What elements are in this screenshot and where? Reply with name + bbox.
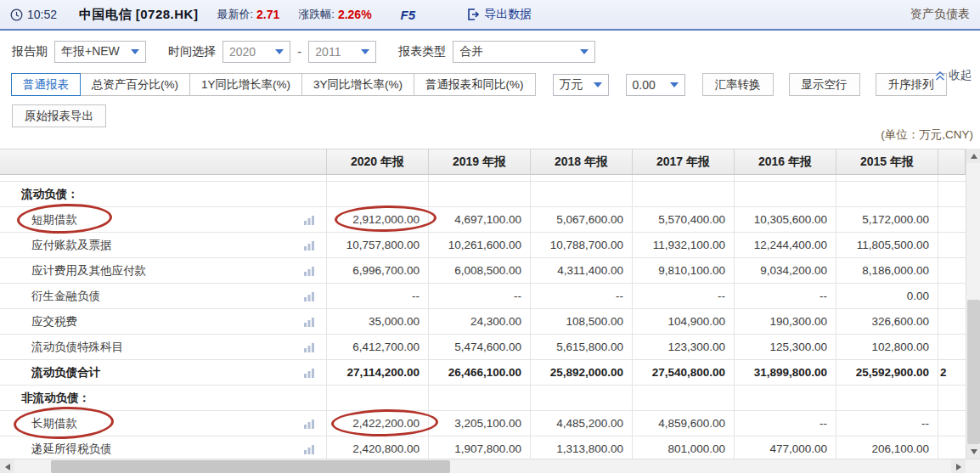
column-header: 2019 年报 <box>429 149 531 175</box>
bar-chart-icon[interactable] <box>303 368 315 380</box>
value-cell: 4,311,400.00 <box>531 258 633 284</box>
clipped-value-cell <box>938 284 966 309</box>
value-cell <box>836 386 938 411</box>
range-separator: - <box>297 44 301 59</box>
vertical-scroll-thumb[interactable] <box>967 300 980 444</box>
row-label: 衍生金融负债 <box>0 284 327 309</box>
clipped-value-cell <box>938 233 966 258</box>
value-cell: -- <box>633 284 735 309</box>
bar-chart-icon[interactable] <box>303 291 315 304</box>
table-body: 流动负债：短期借款2,912,000.004,697,100.005,067,6… <box>0 182 966 459</box>
toolbar-button[interactable]: 显示空行 <box>789 73 860 96</box>
clipped-value-cell <box>938 335 966 360</box>
unit-select[interactable]: 万元 <box>553 74 609 96</box>
export-icon <box>466 8 480 21</box>
horizontal-scrollbar[interactable] <box>0 459 980 473</box>
toolbar-tab[interactable]: 普通报表和同比(%) <box>414 73 536 96</box>
value-cell: 25,892,000.00 <box>531 360 633 386</box>
value-cell: 4,697,100.00 <box>429 207 531 233</box>
bar-chart-icon[interactable] <box>303 317 315 329</box>
value-cell: -- <box>836 411 938 436</box>
value-cell: 27,540,800.00 <box>633 360 735 386</box>
bar-chart-icon[interactable] <box>303 419 315 431</box>
column-header: 2016 年报 <box>735 149 836 175</box>
value-cell: 10,757,800.00 <box>327 233 429 258</box>
bar-chart-icon[interactable] <box>303 266 315 279</box>
value-cell: 35,000.00 <box>327 309 429 335</box>
refresh-f5-button[interactable]: F5 <box>401 8 416 22</box>
value-cell: 5,615,800.00 <box>531 335 633 360</box>
scroll-left-arrow[interactable] <box>0 459 14 473</box>
value-cell: 5,570,400.00 <box>633 207 735 233</box>
bar-chart-icon[interactable] <box>303 342 315 355</box>
scroll-right-arrow[interactable] <box>951 459 966 473</box>
toolbar-tab[interactable]: 普通报表 <box>11 73 81 96</box>
clipped-value-cell <box>938 309 966 335</box>
clipped-value-cell <box>938 182 966 207</box>
time-from-value: 2020 <box>229 45 256 59</box>
header-label-column <box>0 149 327 175</box>
value-cell: 4,485,200.00 <box>531 411 633 436</box>
value-cell: 11,805,500.00 <box>836 233 938 258</box>
clipped-value-cell: 2 <box>938 360 966 386</box>
scroll-up-arrow[interactable] <box>966 149 980 163</box>
row-label-text: 流动负债： <box>21 187 79 202</box>
bar-chart-icon[interactable] <box>303 444 315 457</box>
value-cell <box>327 386 429 411</box>
time-to-select[interactable]: 2011 <box>308 41 376 63</box>
table-row: 递延所得税负债2,420,800.001,907,800.001,313,800… <box>0 436 966 459</box>
collapse-label: 收起 <box>949 68 972 83</box>
row-label: 长期借款 <box>0 411 327 436</box>
time-to-value: 2011 <box>315 45 341 59</box>
time-from-select[interactable]: 2020 <box>222 41 290 63</box>
scroll-down-arrow[interactable] <box>966 444 980 459</box>
collapse-button[interactable]: 收起 <box>935 68 972 83</box>
export-original-report-button[interactable]: 原始报表导出 <box>12 104 106 127</box>
value-cell: 108,500.00 <box>531 309 633 335</box>
row-label-text: 短期借款 <box>31 212 77 228</box>
clipped-value-cell <box>938 258 966 284</box>
table-row: 短期借款2,912,000.004,697,100.005,067,600.00… <box>0 207 966 233</box>
table-row: 长期借款2,422,200.003,205,100.004,485,200.00… <box>0 411 966 436</box>
value-cell: 5,474,600.00 <box>429 335 531 360</box>
toolbar-button[interactable]: 汇率转换 <box>702 73 774 96</box>
partial-scrolled-row <box>0 175 966 182</box>
bar-chart-icon[interactable] <box>303 215 315 228</box>
clipped-value-cell <box>938 411 966 436</box>
value-cell: 1,907,800.00 <box>429 436 531 459</box>
row-label-text: 流动负债特殊科目 <box>31 340 123 355</box>
table-header-row: 2020 年报2019 年报2018 年报2017 年报2016 年报2015 … <box>0 149 966 175</box>
value-cell <box>633 386 735 411</box>
toolbar-tab[interactable]: 1Y同比增长率(%) <box>189 73 302 96</box>
value-cell: 25,592,900.00 <box>836 360 938 386</box>
bar-chart-icon[interactable] <box>303 240 315 253</box>
report-type-value: 合并 <box>459 44 483 59</box>
value-cell: -- <box>531 284 633 309</box>
value-cell: 5,067,600.00 <box>531 207 633 233</box>
row-label-text: 应计费用及其他应付款 <box>31 263 146 279</box>
chevrons-up-icon <box>935 70 945 82</box>
horizontal-scroll-thumb[interactable] <box>51 460 450 473</box>
toolbar-tab[interactable]: 3Y同比增长率(%) <box>301 73 414 96</box>
value-cell: 4,859,600.00 <box>633 411 735 436</box>
clock-icon <box>10 8 23 21</box>
decimal-select[interactable]: 0.00 <box>626 74 685 96</box>
report-period-select[interactable]: 年报+NEW <box>54 41 146 63</box>
table-row: 非流动负债： <box>0 386 966 411</box>
value-cell <box>429 386 531 411</box>
header-clipped-column <box>938 149 966 175</box>
vertical-scrollbar[interactable] <box>966 149 980 459</box>
report-period-value: 年报+NEW <box>61 44 120 59</box>
report-type-select[interactable]: 合并 <box>453 41 595 63</box>
value-cell: 6,008,500.00 <box>429 258 531 284</box>
report-period-label: 报告期 <box>12 44 48 59</box>
export-row: 原始报表导出 <box>0 96 980 127</box>
value-cell: -- <box>735 284 836 309</box>
toolbar-tab[interactable]: 总资产百分比(%) <box>80 73 190 96</box>
row-label: 应交税费 <box>0 309 327 335</box>
export-data-button[interactable]: 导出数据 <box>466 7 532 22</box>
change-pct-value: 2.26% <box>338 8 372 21</box>
value-cell: 27,114,200.00 <box>327 360 429 386</box>
row-label-text: 递延所得税负债 <box>31 442 112 457</box>
row-label-text: 衍生金融负债 <box>31 289 100 304</box>
